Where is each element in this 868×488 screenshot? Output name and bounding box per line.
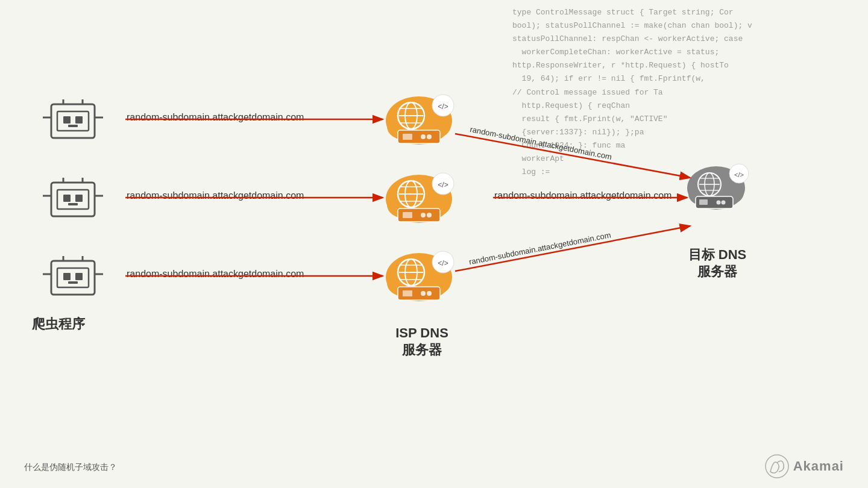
isp-cloud-2: </> bbox=[386, 173, 454, 223]
svg-point-79 bbox=[717, 201, 721, 205]
svg-rect-50 bbox=[68, 281, 78, 284]
akamai-icon bbox=[764, 454, 790, 479]
diag-text-isp3-target: random-subdomain.attackgetdomain.com bbox=[468, 230, 612, 266]
footer-question: 什么是伪随机子域攻击？ bbox=[24, 462, 117, 473]
svg-point-66 bbox=[427, 291, 432, 296]
svg-rect-49 bbox=[75, 273, 83, 280]
domain-text-row2-left: random-subdomain.attackgetdomain.com bbox=[127, 190, 304, 201]
svg-rect-4 bbox=[68, 125, 78, 127]
svg-rect-41 bbox=[403, 212, 412, 218]
svg-text:</>: </> bbox=[734, 171, 744, 178]
svg-point-80 bbox=[722, 201, 726, 205]
svg-rect-24 bbox=[57, 190, 89, 209]
footer-question-text: 什么是伪随机子域攻击？ bbox=[24, 462, 117, 472]
target-label-1: 目标 DNS bbox=[688, 247, 747, 262]
diag-text-isp1-target: random-subdomain.attackgetdomain.com bbox=[469, 125, 612, 161]
svg-point-65 bbox=[421, 291, 426, 296]
svg-point-84 bbox=[766, 455, 788, 478]
svg-text:</>: </> bbox=[438, 259, 448, 267]
crawler-label: 爬虫程序 bbox=[31, 316, 86, 331]
svg-point-42 bbox=[421, 213, 426, 217]
akamai-logo: Akamai bbox=[764, 454, 844, 479]
svg-rect-3 bbox=[75, 116, 83, 124]
domain-text-row2-right: random-subdomain.attackgetdomain.com bbox=[494, 190, 671, 201]
svg-rect-47 bbox=[57, 268, 89, 287]
svg-rect-18 bbox=[403, 134, 412, 140]
svg-point-20 bbox=[427, 134, 432, 139]
svg-rect-64 bbox=[403, 290, 412, 296]
svg-point-19 bbox=[421, 134, 426, 139]
svg-point-43 bbox=[427, 213, 432, 217]
isp-label-2: 服务器 bbox=[401, 342, 442, 357]
akamai-brand-text: Akamai bbox=[793, 458, 844, 474]
arrow-isp3-target bbox=[455, 226, 690, 271]
domain-text-row1-left: random-subdomain.attackgetdomain.com bbox=[127, 112, 304, 122]
target-label-2: 服务器 bbox=[697, 264, 738, 279]
svg-rect-2 bbox=[63, 116, 71, 124]
svg-rect-48 bbox=[63, 273, 71, 280]
bot-icon-2 bbox=[43, 178, 103, 216]
isp-label-1: ISP DNS bbox=[395, 325, 448, 340]
svg-text:</>: </> bbox=[438, 181, 448, 189]
svg-rect-26 bbox=[75, 195, 83, 202]
domain-text-row3-left: random-subdomain.attackgetdomain.com bbox=[127, 269, 304, 279]
svg-text:</>: </> bbox=[438, 102, 448, 111]
svg-rect-78 bbox=[699, 199, 708, 205]
main-diagram: random-subdomain.attackgetdomain.com </> bbox=[0, 0, 868, 434]
arrow-isp1-target bbox=[455, 134, 690, 178]
isp-cloud-1: </> bbox=[386, 95, 454, 145]
bot-icon-1 bbox=[43, 99, 103, 138]
target-dns-server: </> bbox=[687, 164, 749, 210]
svg-rect-1 bbox=[57, 111, 89, 131]
svg-rect-27 bbox=[68, 203, 78, 205]
svg-rect-25 bbox=[63, 195, 71, 202]
bot-icon-3 bbox=[43, 256, 103, 295]
isp-cloud-3: </> bbox=[386, 251, 454, 301]
